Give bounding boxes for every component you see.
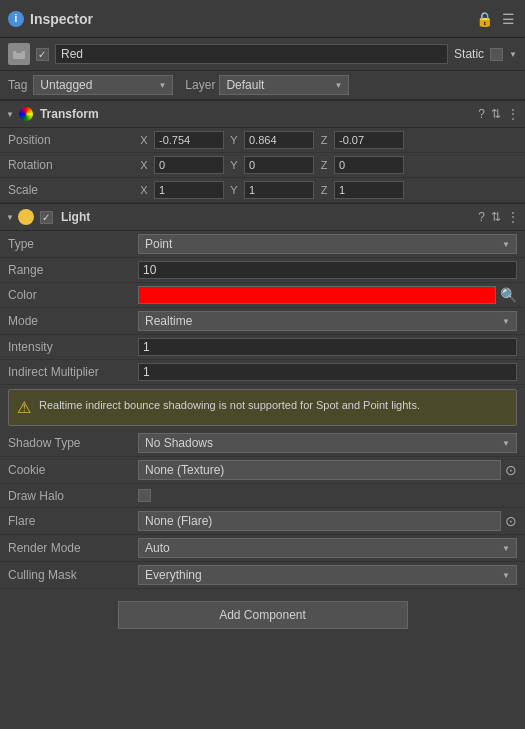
add-component-area: Add Component bbox=[0, 589, 525, 641]
culling-mask-value: Everything bbox=[145, 568, 502, 582]
scale-z-input[interactable] bbox=[334, 181, 404, 199]
indirect-multiplier-row: Indirect Multiplier bbox=[0, 360, 525, 385]
layer-dropdown[interactable]: Default ▼ bbox=[219, 75, 349, 95]
rotation-y-label: Y bbox=[228, 159, 240, 171]
position-label: Position bbox=[8, 133, 138, 147]
flare-label: Flare bbox=[8, 514, 138, 528]
position-x-label: X bbox=[138, 134, 150, 146]
indirect-multiplier-label: Indirect Multiplier bbox=[8, 365, 138, 379]
mode-row: Mode Realtime ▼ bbox=[0, 308, 525, 335]
gameobject-enabled-checkbox[interactable] bbox=[36, 48, 49, 61]
header-icons: 🔒 ☰ bbox=[475, 10, 517, 28]
light-help-icon[interactable]: ? bbox=[478, 210, 485, 224]
transform-settings-icon[interactable]: ⇅ bbox=[491, 107, 501, 121]
flare-field[interactable]: None (Flare) bbox=[138, 511, 501, 531]
light-properties: Type Point ▼ Range Color 🔍 Mode Realtime… bbox=[0, 231, 525, 385]
rotation-xyz: X Y Z bbox=[138, 156, 517, 174]
mode-value: Realtime bbox=[145, 314, 502, 328]
rotation-z-input[interactable] bbox=[334, 156, 404, 174]
layer-value: Default bbox=[226, 78, 334, 92]
static-label: Static bbox=[454, 47, 484, 61]
render-mode-row: Render Mode Auto ▼ bbox=[0, 535, 525, 562]
scale-label: Scale bbox=[8, 183, 138, 197]
render-mode-dropdown[interactable]: Auto ▼ bbox=[138, 538, 517, 558]
light-chevron-icon: ▼ bbox=[6, 213, 14, 222]
scale-y-input[interactable] bbox=[244, 181, 314, 199]
light-properties-2: Shadow Type No Shadows ▼ Cookie None (Te… bbox=[0, 430, 525, 589]
draw-halo-checkbox[interactable] bbox=[138, 489, 151, 502]
static-checkbox[interactable] bbox=[490, 48, 503, 61]
tag-dropdown[interactable]: Untagged ▼ bbox=[33, 75, 173, 95]
gameobject-icon bbox=[8, 43, 30, 65]
position-z-input[interactable] bbox=[334, 131, 404, 149]
range-input[interactable] bbox=[138, 261, 517, 279]
scale-z-label: Z bbox=[318, 184, 330, 196]
light-section-header[interactable]: ▼ Light ? ⇅ ⋮ bbox=[0, 203, 525, 231]
shadow-type-row: Shadow Type No Shadows ▼ bbox=[0, 430, 525, 457]
draw-halo-row: Draw Halo bbox=[0, 484, 525, 508]
flare-target-icon[interactable]: ⊙ bbox=[505, 513, 517, 529]
cookie-field[interactable]: None (Texture) bbox=[138, 460, 501, 480]
type-dropdown-arrow: ▼ bbox=[502, 240, 510, 249]
indirect-multiplier-input[interactable] bbox=[138, 363, 517, 381]
transform-section-header[interactable]: ▼ Transform ? ⇅ ⋮ bbox=[0, 100, 525, 128]
light-section-actions: ? ⇅ ⋮ bbox=[478, 210, 519, 224]
type-dropdown[interactable]: Point ▼ bbox=[138, 234, 517, 254]
inspector-title: Inspector bbox=[30, 11, 475, 27]
culling-mask-dropdown[interactable]: Everything ▼ bbox=[138, 565, 517, 585]
intensity-label: Intensity bbox=[8, 340, 138, 354]
rotation-x-input[interactable] bbox=[154, 156, 224, 174]
shadow-type-dropdown[interactable]: No Shadows ▼ bbox=[138, 433, 517, 453]
transform-chevron-icon: ▼ bbox=[6, 110, 14, 119]
scale-x-input[interactable] bbox=[154, 181, 224, 199]
position-x-input[interactable] bbox=[154, 131, 224, 149]
lock-icon[interactable]: 🔒 bbox=[475, 10, 493, 28]
mode-dropdown[interactable]: Realtime ▼ bbox=[138, 311, 517, 331]
rotation-y-input[interactable] bbox=[244, 156, 314, 174]
scale-row: Scale X Y Z bbox=[0, 178, 525, 203]
transform-help-icon[interactable]: ? bbox=[478, 107, 485, 121]
eyedropper-icon[interactable]: 🔍 bbox=[500, 287, 517, 303]
layer-dropdown-arrow: ▼ bbox=[334, 81, 342, 90]
position-y-input[interactable] bbox=[244, 131, 314, 149]
range-row: Range bbox=[0, 258, 525, 283]
light-settings-icon[interactable]: ⇅ bbox=[491, 210, 501, 224]
position-z-label: Z bbox=[318, 134, 330, 146]
culling-mask-row: Culling Mask Everything ▼ bbox=[0, 562, 525, 589]
render-mode-value: Auto bbox=[145, 541, 502, 555]
static-dropdown-arrow[interactable]: ▼ bbox=[509, 50, 517, 59]
transform-properties: Position X Y Z Rotation X Y Z Scale X Y bbox=[0, 128, 525, 203]
light-icon bbox=[18, 209, 34, 225]
tag-label: Tag bbox=[8, 78, 27, 92]
layer-label: Layer bbox=[185, 78, 215, 92]
light-enabled-checkbox[interactable] bbox=[40, 211, 53, 224]
scale-y-label: Y bbox=[228, 184, 240, 196]
cookie-target-icon[interactable]: ⊙ bbox=[505, 462, 517, 478]
type-value: Point bbox=[145, 237, 502, 251]
flare-value: None (Flare) bbox=[145, 514, 494, 528]
shadow-type-value: No Shadows bbox=[145, 436, 502, 450]
warning-icon: ⚠ bbox=[17, 398, 31, 417]
color-swatch[interactable] bbox=[138, 286, 496, 304]
gameobject-row: Static ▼ bbox=[0, 38, 525, 71]
svg-rect-1 bbox=[16, 48, 22, 53]
shadow-type-dropdown-arrow: ▼ bbox=[502, 439, 510, 448]
color-row: Color 🔍 bbox=[0, 283, 525, 308]
position-xyz: X Y Z bbox=[138, 131, 517, 149]
gameobject-name-input[interactable] bbox=[55, 44, 448, 64]
transform-menu-icon[interactable]: ⋮ bbox=[507, 107, 519, 121]
mode-dropdown-arrow: ▼ bbox=[502, 317, 510, 326]
menu-icon[interactable]: ☰ bbox=[499, 10, 517, 28]
flare-row: Flare None (Flare) ⊙ bbox=[0, 508, 525, 535]
position-row: Position X Y Z bbox=[0, 128, 525, 153]
mode-label: Mode bbox=[8, 314, 138, 328]
warning-text: Realtime indirect bounce shadowing is no… bbox=[39, 398, 420, 413]
intensity-input[interactable] bbox=[138, 338, 517, 356]
type-label: Type bbox=[8, 237, 138, 251]
add-component-button[interactable]: Add Component bbox=[118, 601, 408, 629]
culling-mask-label: Culling Mask bbox=[8, 568, 138, 582]
tag-layer-row: Tag Untagged ▼ Layer Default ▼ bbox=[0, 71, 525, 100]
cookie-row: Cookie None (Texture) ⊙ bbox=[0, 457, 525, 484]
light-menu-icon[interactable]: ⋮ bbox=[507, 210, 519, 224]
light-title: Light bbox=[61, 210, 478, 224]
